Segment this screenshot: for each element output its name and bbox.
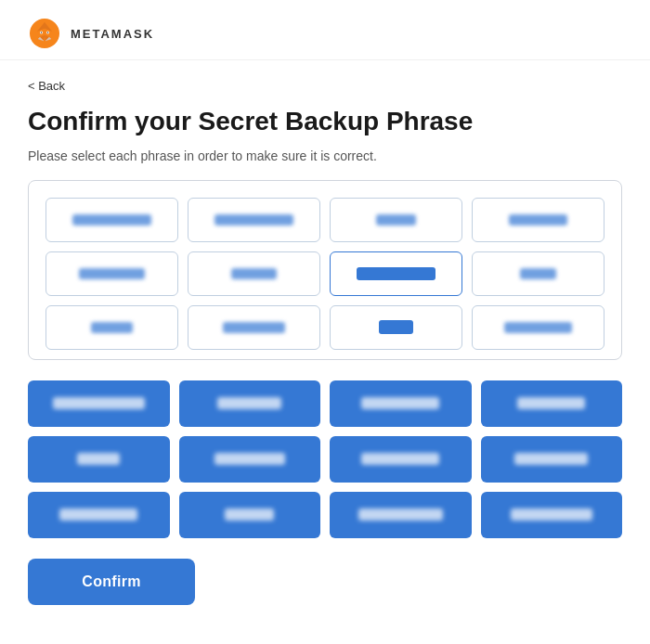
word-button[interactable] (481, 380, 623, 427)
app-header: METAMASK (0, 0, 650, 60)
confirm-button[interactable]: Confirm (28, 559, 195, 605)
page-content: < Back Confirm your Secret Backup Phrase… (0, 60, 650, 627)
drop-cell[interactable] (330, 198, 462, 242)
word-button[interactable] (179, 436, 321, 483)
word-button[interactable] (28, 380, 170, 427)
drop-cell[interactable] (188, 198, 320, 242)
word-button[interactable] (28, 436, 170, 483)
drop-cell[interactable] (472, 198, 604, 242)
word-buttons-grid (28, 380, 622, 538)
phrase-drop-zone (28, 180, 622, 360)
drop-cell[interactable] (472, 305, 604, 350)
drop-cell[interactable] (330, 305, 462, 350)
metamask-logo-icon (28, 17, 61, 50)
drop-cell[interactable] (46, 251, 178, 296)
drop-cell[interactable] (188, 251, 320, 296)
drop-cell[interactable] (330, 251, 462, 296)
word-button[interactable] (179, 492, 321, 538)
word-button[interactable] (179, 380, 321, 427)
page-title: Confirm your Secret Backup Phrase (28, 106, 622, 137)
page-subtitle: Please select each phrase in order to ma… (28, 148, 622, 163)
word-button[interactable] (330, 492, 472, 538)
drop-cell[interactable] (46, 305, 178, 350)
word-button[interactable] (330, 380, 472, 427)
word-button[interactable] (28, 492, 170, 538)
drop-cell[interactable] (472, 251, 604, 296)
drop-cell[interactable] (46, 198, 178, 242)
back-button[interactable]: < Back (28, 79, 65, 93)
word-button[interactable] (330, 436, 472, 483)
word-button[interactable] (481, 436, 623, 483)
app-logo-text: METAMASK (71, 27, 154, 41)
svg-point-11 (47, 32, 48, 32)
drop-grid (46, 198, 604, 350)
svg-point-10 (41, 32, 42, 32)
word-button[interactable] (481, 492, 623, 538)
drop-cell[interactable] (188, 305, 320, 350)
